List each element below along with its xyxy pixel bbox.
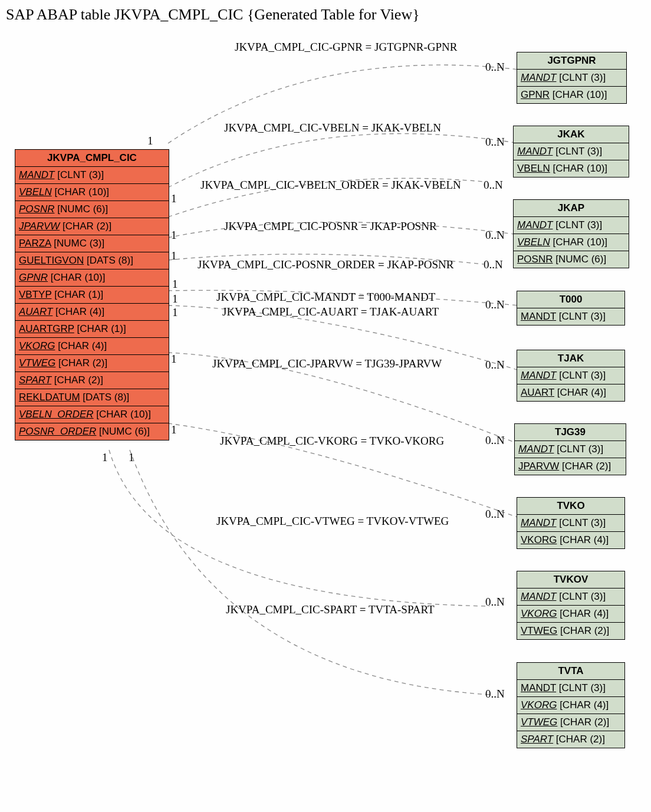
rel-label: JKVPA_CMPL_CIC-POSNR = JKAP-POSNR xyxy=(224,220,437,233)
entity-field: VKORG [CHAR (4)] xyxy=(517,697,624,714)
rel-label: JKVPA_CMPL_CIC-VBELN = JKAK-VBELN xyxy=(224,121,441,134)
card-left: 1 xyxy=(171,353,177,366)
card-left: 1 xyxy=(129,451,134,464)
card-right: 0..N xyxy=(485,434,505,447)
card-right: 0..N xyxy=(485,229,505,242)
ref-entity-name: T000 xyxy=(517,291,624,308)
page-title: SAP ABAP table JKVPA_CMPL_CIC {Generated… xyxy=(6,6,645,24)
entity-field: MANDT [CLNT (3)] xyxy=(514,143,629,160)
card-right: 0..N xyxy=(485,596,505,609)
entity-field: VBELN [CHAR (10)] xyxy=(15,184,169,201)
card-right: 0..N xyxy=(485,508,505,521)
rel-label: JKVPA_CMPL_CIC-POSNR_ORDER = JKAP-POSNR xyxy=(198,258,453,271)
card-left: 1 xyxy=(172,278,178,291)
entity-field: VTWEG [CHAR (2)] xyxy=(15,355,169,372)
ref-entity-name: JKAP xyxy=(514,200,629,217)
entity-field: GPNR [CHAR (10)] xyxy=(517,87,626,103)
card-left: 1 xyxy=(147,134,153,147)
entity-field: AUART [CHAR (4)] xyxy=(517,384,624,401)
card-right: 0..N xyxy=(484,179,503,192)
entity-field: VBTYP [CHAR (1)] xyxy=(15,287,169,304)
ref-entity-name: TJAK xyxy=(517,350,624,367)
rel-label: JKVPA_CMPL_CIC-VTWEG = TVKOV-VTWEG xyxy=(216,515,449,528)
entity-field: SPART [CHAR (2)] xyxy=(15,372,169,389)
entity-field: VKORG [CHAR (4)] xyxy=(517,532,624,548)
ref-entity-jkap: JKAPMANDT [CLNT (3)]VBELN [CHAR (10)]POS… xyxy=(513,199,629,268)
ref-entity-tjg39: TJG39MANDT [CLNT (3)]JPARVW [CHAR (2)] xyxy=(514,423,626,475)
main-entity: JKVPA_CMPL_CIC MANDT [CLNT (3)]VBELN [CH… xyxy=(15,149,169,440)
ref-entity-name: TVTA xyxy=(517,663,624,680)
card-left: 1 xyxy=(171,249,177,262)
card-left: 1 xyxy=(171,229,177,242)
card-left: 1 xyxy=(172,306,178,319)
entity-field: VKORG [CHAR (4)] xyxy=(15,338,169,355)
rel-label: JKVPA_CMPL_CIC-SPART = TVTA-SPART xyxy=(226,603,435,616)
rel-label: JKVPA_CMPL_CIC-AUART = TJAK-AUART xyxy=(222,305,439,318)
entity-field: MANDT [CLNT (3)] xyxy=(517,589,624,606)
entity-field: AUART [CHAR (4)] xyxy=(15,304,169,321)
ref-entity-t000: T000MANDT [CLNT (3)] xyxy=(517,291,625,326)
entity-field: VTWEG [CHAR (2)] xyxy=(517,623,624,639)
card-left: 1 xyxy=(102,451,108,464)
entity-field: MANDT [CLNT (3)] xyxy=(514,217,629,234)
card-right: 0..N xyxy=(485,359,505,372)
card-right: 0..N xyxy=(485,136,505,149)
ref-entity-jkak: JKAKMANDT [CLNT (3)]VBELN [CHAR (10)] xyxy=(513,126,629,177)
entity-field: MANDT [CLNT (3)] xyxy=(515,441,626,458)
card-left: 1 xyxy=(171,423,177,436)
entity-field: MANDT [CLNT (3)] xyxy=(517,367,624,384)
ref-entity-name: TVKOV xyxy=(517,571,624,589)
card-left: 1 xyxy=(172,292,178,305)
rel-label: JKVPA_CMPL_CIC-VKORG = TVKO-VKORG xyxy=(220,435,444,448)
ref-entity-tvko: TVKOMANDT [CLNT (3)]VKORG [CHAR (4)] xyxy=(517,497,625,549)
entity-field: JPARVW [CHAR (2)] xyxy=(515,458,626,475)
entity-field: MANDT [CLNT (3)] xyxy=(517,70,626,87)
ref-entity-name: TVKO xyxy=(517,498,624,515)
entity-field: SPART [CHAR (2)] xyxy=(517,731,624,748)
entity-field: GUELTIGVON [DATS (8)] xyxy=(15,252,169,269)
entity-field: VBELN [CHAR (10)] xyxy=(514,160,629,177)
entity-field: AUARTGRP [CHAR (1)] xyxy=(15,321,169,338)
entity-field: PARZA [NUMC (3)] xyxy=(15,235,169,252)
entity-field: GPNR [CHAR (10)] xyxy=(15,269,169,287)
rel-label: JKVPA_CMPL_CIC-JPARVW = TJG39-JPARVW xyxy=(212,357,442,370)
card-right: 0..N xyxy=(484,258,503,271)
ref-entity-name: JGTGPNR xyxy=(517,52,626,70)
rel-label: JKVPA_CMPL_CIC-VBELN_ORDER = JKAK-VBELN xyxy=(200,179,461,192)
rel-label: JKVPA_CMPL_CIC-GPNR = JGTGPNR-GPNR xyxy=(235,41,457,54)
entity-field: VBELN [CHAR (10)] xyxy=(514,234,629,251)
entity-field: POSNR [NUMC (6)] xyxy=(15,201,169,218)
card-right: 0..N xyxy=(485,688,505,701)
entity-field: VKORG [CHAR (4)] xyxy=(517,606,624,623)
ref-entity-tvkov: TVKOVMANDT [CLNT (3)]VKORG [CHAR (4)]VTW… xyxy=(517,571,625,640)
entity-field: POSNR [NUMC (6)] xyxy=(514,251,629,268)
entity-field: POSNR_ORDER [NUMC (6)] xyxy=(15,423,169,440)
card-right: 0..N xyxy=(485,61,505,74)
ref-entity-tvta: TVTAMANDT [CLNT (3)]VKORG [CHAR (4)]VTWE… xyxy=(517,662,625,748)
card-left: 1 xyxy=(171,192,177,205)
entity-field: MANDT [CLNT (3)] xyxy=(517,308,624,325)
ref-entity-tjak: TJAKMANDT [CLNT (3)]AUART [CHAR (4)] xyxy=(517,350,625,402)
main-entity-name: JKVPA_CMPL_CIC xyxy=(15,150,169,167)
entity-field: VBELN_ORDER [CHAR (10)] xyxy=(15,406,169,423)
rel-label: JKVPA_CMPL_CIC-MANDT = T000-MANDT xyxy=(216,291,435,304)
entity-field: REKLDATUM [DATS (8)] xyxy=(15,389,169,406)
diagram-canvas: JKVPA_CMPL_CIC MANDT [CLNT (3)]VBELN [CH… xyxy=(6,28,643,807)
entity-field: VTWEG [CHAR (2)] xyxy=(517,714,624,731)
entity-field: JPARVW [CHAR (2)] xyxy=(15,218,169,235)
card-right: 0..N xyxy=(485,298,505,311)
ref-entity-jgtgpnr: JGTGPNRMANDT [CLNT (3)]GPNR [CHAR (10)] xyxy=(517,52,627,104)
entity-field: MANDT [CLNT (3)] xyxy=(517,515,624,532)
entity-field: MANDT [CLNT (3)] xyxy=(15,167,169,184)
entity-field: MANDT [CLNT (3)] xyxy=(517,680,624,697)
ref-entity-name: TJG39 xyxy=(515,424,626,441)
ref-entity-name: JKAK xyxy=(514,126,629,143)
